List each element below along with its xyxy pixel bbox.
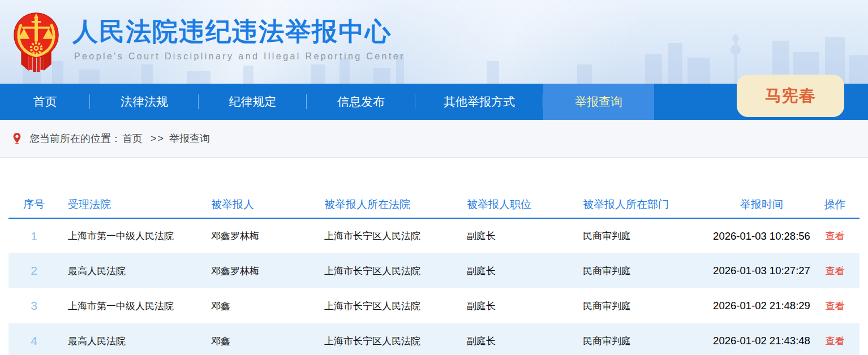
breadcrumb-label: 您当前所在的位置： [29, 132, 121, 145]
col-header-reported-court: 被举报人所在法院 [314, 191, 456, 218]
cell-report-time: 2026-01-02 21:43:48 [713, 323, 810, 355]
col-header-report-time: 举报时间 [713, 191, 810, 218]
cell-reported-court: 上海市长宁区人民法院 [314, 288, 456, 323]
cell-accepting-court: 最高人民法院 [59, 323, 201, 355]
cell-reported-person: 邓鑫 [201, 288, 314, 323]
nav-item-discipline-rules[interactable]: 纪律规定 [199, 84, 307, 120]
col-header-position: 被举报人职位 [456, 191, 571, 218]
cell-index: 2 [8, 253, 59, 288]
cell-reported-person: 邓鑫 [201, 323, 314, 355]
cell-report-time: 2026-01-03 10:28:56 [713, 218, 810, 253]
cell-department: 民商审判庭 [571, 218, 713, 253]
cell-department: 民商审判庭 [571, 288, 713, 323]
cell-reported-court: 上海市长宁区人民法院 [314, 323, 456, 355]
location-pin-icon [12, 132, 22, 145]
cell-index: 4 [8, 323, 59, 355]
report-query-results: 序号 受理法院 被举报人 被举报人所在法院 被举报人职位 被举报人所在部门 举报… [8, 191, 860, 355]
cell-index: 3 [8, 288, 59, 323]
site-header: 人民法院违纪违法举报中心 People's Court Disciplinary… [0, 0, 868, 84]
col-header-reported-person: 被举报人 [201, 191, 314, 218]
cell-index: 1 [8, 218, 59, 253]
col-header-department: 被举报人所在部门 [571, 191, 713, 218]
nav-item-home[interactable]: 首页 [0, 84, 90, 120]
cell-position: 副庭长 [456, 288, 571, 323]
col-header-index: 序号 [8, 191, 59, 218]
cell-position: 副庭长 [456, 253, 571, 288]
nav-item-report-query[interactable]: 举报查询 [543, 84, 654, 120]
cell-accepting-court: 上海市第一中级人民法院 [59, 288, 201, 323]
cell-reported-court: 上海市长宁区人民法院 [314, 218, 456, 253]
site-subtitle: People's Court Disciplinary and Illegal … [74, 51, 405, 62]
breadcrumb-current: 举报查询 [169, 132, 210, 145]
cell-report-time: 2026-01-02 21:48:29 [713, 288, 810, 323]
court-emblem-logo-icon [8, 5, 65, 77]
view-link[interactable]: 查看 [826, 266, 845, 276]
view-link[interactable]: 查看 [826, 231, 845, 241]
brand: 人民法院违纪违法举报中心 People's Court Disciplinary… [8, 5, 405, 77]
breadcrumb-separator: >> [151, 133, 165, 145]
cell-reported-person: 邓鑫罗林梅 [201, 218, 314, 253]
cell-accepting-court: 上海市第一中级人民法院 [59, 218, 201, 253]
cell-reported-person: 邓鑫罗林梅 [201, 253, 314, 288]
nav-item-news[interactable]: 信息发布 [307, 84, 415, 120]
cell-position: 副庭长 [456, 218, 571, 253]
table-row: 1 上海市第一中级人民法院 邓鑫罗林梅 上海市长宁区人民法院 副庭长 民商审判庭… [8, 218, 860, 253]
col-header-accepting-court: 受理法院 [59, 191, 201, 218]
cell-reported-court: 上海市长宁区人民法院 [314, 253, 456, 288]
cell-department: 民商审判庭 [571, 253, 713, 288]
site-title: 人民法院违纪违法举报中心 [72, 17, 405, 46]
user-badge[interactable]: 马宪春 [737, 75, 844, 117]
table-row: 4 最高人民法院 邓鑫 上海市长宁区人民法院 副庭长 民商审判庭 2026-01… [8, 323, 860, 355]
cell-department: 民商审判庭 [571, 323, 713, 355]
breadcrumb: 您当前所在的位置： 首页 >> 举报查询 [0, 120, 868, 158]
cell-report-time: 2026-01-03 10:27:27 [713, 253, 810, 288]
view-link[interactable]: 查看 [826, 301, 845, 311]
col-header-action: 操作 [810, 191, 860, 218]
table-row: 3 上海市第一中级人民法院 邓鑫 上海市长宁区人民法院 副庭长 民商审判庭 20… [8, 288, 860, 323]
view-link[interactable]: 查看 [826, 336, 845, 347]
table-header-row: 序号 受理法院 被举报人 被举报人所在法院 被举报人职位 被举报人所在部门 举报… [8, 191, 860, 218]
cell-accepting-court: 最高人民法院 [59, 253, 201, 288]
nav-item-other-report-methods[interactable]: 其他举报方式 [415, 84, 543, 120]
nav-item-laws[interactable]: 法律法规 [90, 84, 199, 120]
cell-position: 副庭长 [456, 323, 571, 355]
table-row: 2 最高人民法院 邓鑫罗林梅 上海市长宁区人民法院 副庭长 民商审判庭 2026… [8, 253, 860, 288]
report-table: 序号 受理法院 被举报人 被举报人所在法院 被举报人职位 被举报人所在部门 举报… [8, 191, 860, 355]
breadcrumb-home-link[interactable]: 首页 [122, 132, 143, 145]
